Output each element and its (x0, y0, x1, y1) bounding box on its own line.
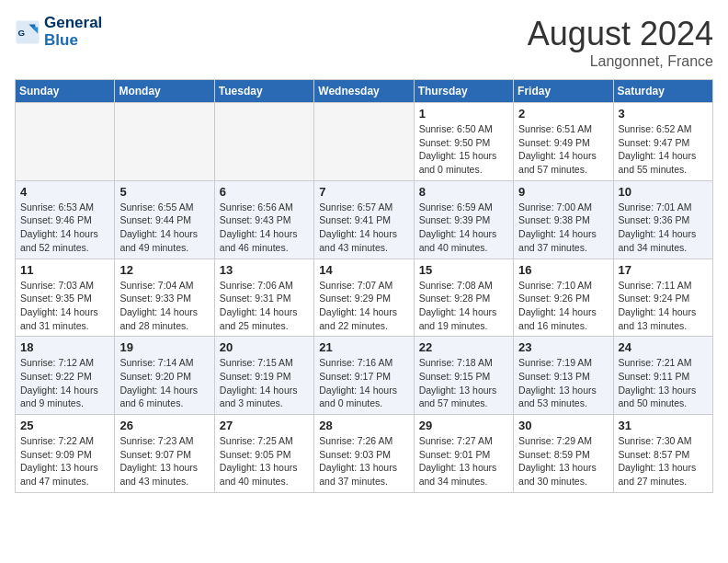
calendar-day-cell: 27Sunrise: 7:25 AMSunset: 9:05 PMDayligh… (214, 415, 313, 493)
weekday-header: Saturday (613, 80, 712, 103)
day-info: Sunrise: 7:19 AMSunset: 9:13 PMDaylight:… (518, 356, 608, 410)
day-number: 3 (619, 107, 708, 121)
day-info: Sunrise: 6:50 AMSunset: 9:50 PMDaylight:… (419, 122, 508, 177)
calendar-day-cell: 8Sunrise: 6:59 AMSunset: 9:39 PMDaylight… (414, 180, 513, 259)
weekday-header: Friday (514, 80, 613, 103)
calendar-day-cell: 4Sunrise: 6:53 AMSunset: 9:46 PMDaylight… (16, 180, 115, 259)
day-info: Sunrise: 7:16 AMSunset: 9:17 PMDaylight:… (319, 356, 408, 410)
weekday-header: Thursday (414, 80, 513, 103)
location: Langonnet, France (528, 53, 713, 70)
day-info: Sunrise: 7:14 AMSunset: 9:20 PMDaylight:… (119, 356, 209, 410)
calendar-week-row: 11Sunrise: 7:03 AMSunset: 9:35 PMDayligh… (16, 259, 713, 337)
day-info: Sunrise: 6:51 AMSunset: 9:49 PMDaylight:… (518, 122, 608, 177)
day-info: Sunrise: 7:21 AMSunset: 9:11 PMDaylight:… (619, 356, 708, 410)
calendar-day-cell: 1Sunrise: 6:50 AMSunset: 9:50 PMDaylight… (414, 103, 513, 181)
calendar-day-cell: 15Sunrise: 7:08 AMSunset: 9:28 PMDayligh… (414, 259, 513, 337)
calendar-day-cell: 30Sunrise: 7:29 AMSunset: 8:59 PMDayligh… (514, 415, 613, 493)
calendar-day-cell: 5Sunrise: 6:55 AMSunset: 9:44 PMDaylight… (115, 180, 214, 259)
day-number: 27 (220, 419, 309, 432)
day-number: 24 (619, 340, 708, 354)
calendar-day-cell: 12Sunrise: 7:04 AMSunset: 9:33 PMDayligh… (115, 259, 214, 337)
day-info: Sunrise: 7:06 AMSunset: 9:31 PMDaylight:… (220, 279, 309, 333)
calendar-day-cell: 9Sunrise: 7:00 AMSunset: 9:38 PMDaylight… (514, 180, 613, 259)
calendar-day-cell: 23Sunrise: 7:19 AMSunset: 9:13 PMDayligh… (514, 337, 613, 415)
weekday-header: Monday (115, 80, 214, 103)
calendar-day-cell: 25Sunrise: 7:22 AMSunset: 9:09 PMDayligh… (16, 415, 115, 493)
weekday-header-row: SundayMondayTuesdayWednesdayThursdayFrid… (16, 80, 713, 103)
day-info: Sunrise: 7:26 AMSunset: 9:03 PMDaylight:… (319, 434, 408, 488)
day-info: Sunrise: 6:55 AMSunset: 9:44 PMDaylight:… (119, 201, 209, 255)
day-number: 1 (419, 107, 508, 121)
day-number: 15 (419, 263, 508, 277)
day-number: 12 (119, 263, 209, 277)
day-info: Sunrise: 7:29 AMSunset: 8:59 PMDaylight:… (518, 434, 608, 488)
weekday-header: Wednesday (314, 80, 414, 103)
calendar-day-cell: 17Sunrise: 7:11 AMSunset: 9:24 PMDayligh… (613, 259, 712, 337)
calendar-day-cell: 13Sunrise: 7:06 AMSunset: 9:31 PMDayligh… (214, 259, 313, 337)
calendar-week-row: 1Sunrise: 6:50 AMSunset: 9:50 PMDaylight… (16, 103, 713, 181)
day-info: Sunrise: 7:11 AMSunset: 9:24 PMDaylight:… (619, 279, 708, 333)
day-number: 9 (518, 185, 608, 199)
calendar-day-cell: 28Sunrise: 7:26 AMSunset: 9:03 PMDayligh… (314, 415, 414, 493)
day-number: 2 (518, 107, 608, 121)
day-number: 21 (319, 340, 408, 354)
day-info: Sunrise: 7:01 AMSunset: 9:36 PMDaylight:… (619, 201, 708, 255)
day-number: 25 (20, 419, 109, 432)
day-number: 17 (619, 263, 708, 277)
day-number: 18 (20, 340, 109, 354)
page-header: G General Blue August 2024 Langonnet, Fr… (15, 15, 713, 70)
day-info: Sunrise: 6:52 AMSunset: 9:47 PMDaylight:… (619, 122, 708, 177)
calendar-table: SundayMondayTuesdayWednesdayThursdayFrid… (15, 79, 713, 493)
day-number: 11 (20, 263, 109, 277)
day-number: 10 (619, 185, 708, 199)
calendar-day-cell: 10Sunrise: 7:01 AMSunset: 9:36 PMDayligh… (613, 180, 712, 259)
calendar-day-cell: 22Sunrise: 7:18 AMSunset: 9:15 PMDayligh… (414, 337, 513, 415)
calendar-day-cell: 14Sunrise: 7:07 AMSunset: 9:29 PMDayligh… (314, 259, 414, 337)
calendar-day-cell: 24Sunrise: 7:21 AMSunset: 9:11 PMDayligh… (613, 337, 712, 415)
day-number: 4 (20, 185, 109, 199)
calendar-week-row: 4Sunrise: 6:53 AMSunset: 9:46 PMDaylight… (16, 180, 713, 259)
weekday-header: Tuesday (214, 80, 313, 103)
day-info: Sunrise: 7:12 AMSunset: 9:22 PMDaylight:… (20, 356, 109, 410)
day-info: Sunrise: 7:30 AMSunset: 8:57 PMDaylight:… (619, 434, 708, 488)
calendar-day-cell: 21Sunrise: 7:16 AMSunset: 9:17 PMDayligh… (314, 337, 414, 415)
day-info: Sunrise: 7:08 AMSunset: 9:28 PMDaylight:… (419, 279, 508, 333)
calendar-day-cell: 6Sunrise: 6:56 AMSunset: 9:43 PMDaylight… (214, 180, 313, 259)
day-info: Sunrise: 6:59 AMSunset: 9:39 PMDaylight:… (419, 201, 508, 255)
calendar-week-row: 25Sunrise: 7:22 AMSunset: 9:09 PMDayligh… (16, 415, 713, 493)
day-info: Sunrise: 7:22 AMSunset: 9:09 PMDaylight:… (20, 434, 109, 488)
calendar-day-cell: 18Sunrise: 7:12 AMSunset: 9:22 PMDayligh… (16, 337, 115, 415)
day-number: 20 (220, 340, 309, 354)
day-info: Sunrise: 7:07 AMSunset: 9:29 PMDaylight:… (319, 279, 408, 333)
calendar-week-row: 18Sunrise: 7:12 AMSunset: 9:22 PMDayligh… (16, 337, 713, 415)
day-number: 5 (119, 185, 209, 199)
day-number: 22 (419, 340, 508, 354)
day-info: Sunrise: 7:00 AMSunset: 9:38 PMDaylight:… (518, 201, 608, 255)
calendar-day-cell: 3Sunrise: 6:52 AMSunset: 9:47 PMDaylight… (613, 103, 712, 181)
calendar-day-cell: 29Sunrise: 7:27 AMSunset: 9:01 PMDayligh… (414, 415, 513, 493)
day-info: Sunrise: 6:56 AMSunset: 9:43 PMDaylight:… (220, 201, 309, 255)
day-number: 6 (220, 185, 309, 199)
calendar-day-cell: 11Sunrise: 7:03 AMSunset: 9:35 PMDayligh… (16, 259, 115, 337)
month-title: August 2024 (528, 15, 713, 53)
day-info: Sunrise: 7:18 AMSunset: 9:15 PMDaylight:… (419, 356, 508, 410)
day-number: 7 (319, 185, 408, 199)
calendar-day-cell (16, 103, 115, 181)
day-info: Sunrise: 7:27 AMSunset: 9:01 PMDaylight:… (419, 434, 508, 488)
day-info: Sunrise: 7:15 AMSunset: 9:19 PMDaylight:… (220, 356, 309, 410)
svg-text:G: G (18, 28, 26, 38)
day-number: 31 (619, 419, 708, 432)
logo-line1: General (44, 15, 102, 32)
logo: G General Blue (15, 15, 102, 49)
calendar-day-cell: 7Sunrise: 6:57 AMSunset: 9:41 PMDaylight… (314, 180, 414, 259)
calendar-day-cell (214, 103, 313, 181)
day-info: Sunrise: 7:25 AMSunset: 9:05 PMDaylight:… (220, 434, 309, 488)
calendar-day-cell: 2Sunrise: 6:51 AMSunset: 9:49 PMDaylight… (514, 103, 613, 181)
calendar-day-cell: 16Sunrise: 7:10 AMSunset: 9:26 PMDayligh… (514, 259, 613, 337)
calendar-day-cell: 20Sunrise: 7:15 AMSunset: 9:19 PMDayligh… (214, 337, 313, 415)
day-number: 14 (319, 263, 408, 277)
day-number: 16 (518, 263, 608, 277)
day-info: Sunrise: 6:57 AMSunset: 9:41 PMDaylight:… (319, 201, 408, 255)
calendar-day-cell: 26Sunrise: 7:23 AMSunset: 9:07 PMDayligh… (115, 415, 214, 493)
day-info: Sunrise: 7:10 AMSunset: 9:26 PMDaylight:… (518, 279, 608, 333)
